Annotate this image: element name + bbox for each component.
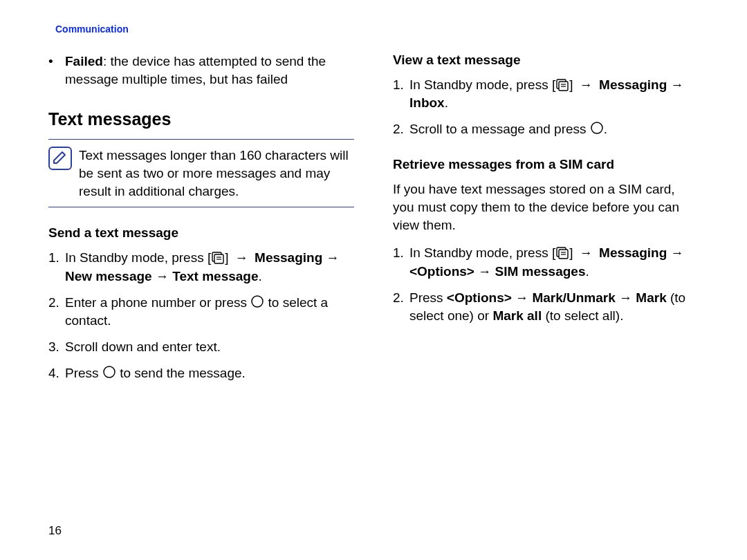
step-body: Scroll down and enter text. <box>65 338 354 356</box>
step-text: (to select all). <box>542 308 623 323</box>
menu-key-icon <box>211 250 225 264</box>
sim-step-2: 2. Press <Options> → Mark/Unmark → Mark … <box>393 289 699 325</box>
mark-unmark-label: Mark/Unmark <box>532 290 615 305</box>
step-body: In Standby mode, press [] → Messaging → … <box>409 76 699 112</box>
menu-key-icon <box>555 245 569 259</box>
step-text: to send the message. <box>116 366 246 380</box>
step-number: 2. <box>48 294 65 330</box>
step-number: 1. <box>393 244 409 280</box>
send-step-3: 3. Scroll down and enter text. <box>48 338 354 356</box>
step-number: 1. <box>393 76 409 112</box>
bullet-text: Failed: the device has attempted to send… <box>65 53 354 88</box>
manual-page: Communication • Failed: the device has a… <box>0 0 747 560</box>
menu-key-icon <box>555 77 569 91</box>
step-text: In Standby mode, press [ <box>409 245 555 260</box>
svg-point-6 <box>252 296 263 307</box>
ok-key-icon <box>102 365 116 379</box>
step-body: Press <Options> → Mark/Unmark → Mark (to… <box>409 289 699 325</box>
ok-key-icon <box>250 295 264 308</box>
step-text: ] <box>569 77 577 92</box>
step-number: 1. <box>48 249 65 285</box>
step-body: Press to send the message. <box>65 364 354 382</box>
page-number: 16 <box>48 524 62 538</box>
heading-send-text: Send a text message <box>48 225 354 241</box>
step-text: In Standby mode, press [ <box>65 250 211 265</box>
step-number: 4. <box>48 364 65 382</box>
view-step-2: 2. Scroll to a message and press . <box>393 120 699 138</box>
send-step-2: 2. Enter a phone number or press to sele… <box>48 294 354 330</box>
step-body: Enter a phone number or press to select … <box>65 294 354 330</box>
options-label: <Options> <box>447 290 512 305</box>
send-step-4: 4. Press to send the message. <box>48 364 354 382</box>
content-columns: • Failed: the device has attempted to se… <box>48 53 699 391</box>
view-step-1: 1. In Standby mode, press [] → Messaging… <box>393 76 699 112</box>
step-text: Enter a phone number or press <box>65 295 250 310</box>
step-number: 2. <box>393 289 409 325</box>
arrow-icon: → <box>577 77 596 92</box>
step-dot: . <box>445 95 448 110</box>
step-text: Press <box>65 366 102 380</box>
step-dot: . <box>259 269 262 283</box>
bullet-dot: • <box>48 53 65 88</box>
step-text: ] <box>569 245 577 260</box>
mark-all-label: Mark all <box>492 308 542 323</box>
column-right: View a text message 1. In Standby mode, … <box>393 53 699 391</box>
step-text: ] <box>225 250 232 265</box>
step-body: In Standby mode, press [] → Messaging → … <box>409 244 699 280</box>
arrow-icon: → <box>232 250 251 265</box>
arrow-icon: → <box>577 245 596 260</box>
step-text: Press <box>409 290 447 305</box>
heading-retrieve-sim: Retrieve messages from a SIM card <box>393 157 699 172</box>
svg-point-12 <box>591 122 602 133</box>
arrow-text: → <box>512 290 533 305</box>
sim-step-1: 1. In Standby mode, press [] → Messaging… <box>393 244 699 280</box>
ok-key-icon <box>590 121 604 135</box>
heading-view-text: View a text message <box>393 53 699 68</box>
arrow-text: → <box>616 290 636 305</box>
sim-intro: If you have text messages stored on a SI… <box>393 180 699 235</box>
step-text: In Standby mode, press [ <box>409 77 555 92</box>
step-dot: . <box>585 264 589 279</box>
step-body: In Standby mode, press [] → Messaging → … <box>65 249 354 285</box>
step-dot: . <box>604 122 607 136</box>
heading-text-messages: Text messages <box>48 109 354 129</box>
mark-label: Mark <box>636 290 666 305</box>
send-step-1: 1. In Standby mode, press [] → Messaging… <box>48 249 354 285</box>
failed-bullet: • Failed: the device has attempted to se… <box>48 53 354 88</box>
note-text: Text messages longer than 160 characters… <box>79 147 354 200</box>
step-body: Scroll to a message and press . <box>409 120 699 138</box>
column-left: • Failed: the device has attempted to se… <box>48 53 354 391</box>
running-header: Communication <box>55 24 699 35</box>
step-number: 2. <box>393 120 409 138</box>
bullet-rest: : the device has attempted to send the m… <box>65 54 326 86</box>
step-number: 3. <box>48 338 65 356</box>
step-text: Scroll to a message and press <box>409 122 590 136</box>
note-pencil-icon <box>48 147 72 170</box>
svg-rect-0 <box>49 147 71 169</box>
note-box: Text messages longer than 160 characters… <box>48 139 354 207</box>
svg-point-7 <box>104 366 115 377</box>
bullet-label: Failed <box>65 54 103 68</box>
